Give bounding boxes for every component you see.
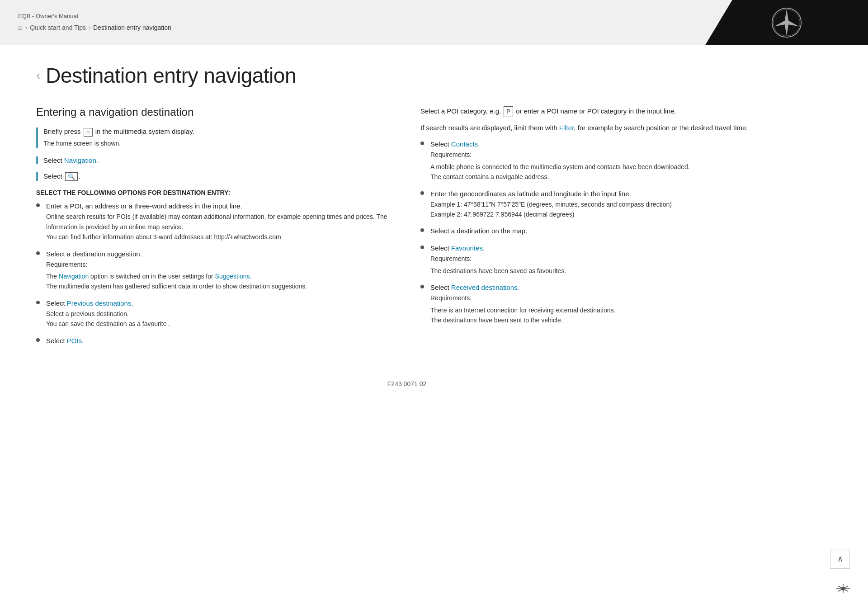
- right-bullet-4: Select Favourites. Requirements: The des…: [420, 243, 778, 276]
- arrow-bar-1: [36, 128, 38, 148]
- arrow-item-2-text: Select Navigation.: [43, 156, 98, 164]
- bullet-item-1-content: Enter a POI, an address or a three-word …: [46, 201, 393, 242]
- bold-label: SELECT THE FOLLOWING OPTIONS FOR DESTINA…: [36, 189, 393, 196]
- bullet-1-sub: Online search results for POIs (if avail…: [46, 212, 393, 232]
- right-bullet-4-sub: The destinations have been saved as favo…: [430, 266, 778, 276]
- arrow-item-1: Briefly press ⌂ in the multimedia system…: [36, 128, 393, 148]
- header-content: EQB - Owner's Manual ⌂ › Quick start and…: [0, 13, 705, 32]
- filter-link[interactable]: Filter: [559, 124, 574, 132]
- bullet-3-sub2: You can save the destination as a favour…: [46, 319, 393, 329]
- right-bullet-2-content: Enter the geocoordinates as latitude and…: [430, 189, 778, 220]
- page-footer-icon: [836, 584, 850, 596]
- mercedes-logo: [771, 7, 802, 38]
- arrow-item-3-content: Select 🔍.: [43, 172, 393, 181]
- right-bullet-1-sub2: The contact contains a navigable address…: [430, 172, 778, 182]
- bullet-item-4: Select POIs.: [36, 335, 393, 346]
- bullet-item-1: Enter a POI, an address or a three-word …: [36, 201, 393, 242]
- right-bullet-1-main: Select Contacts.: [430, 140, 480, 148]
- right-column: Select a POI category, e.g. P or enter a…: [420, 106, 778, 353]
- back-arrow[interactable]: ‹: [36, 68, 40, 83]
- navigation-link-2[interactable]: Navigation: [59, 273, 89, 280]
- logo-area: [705, 0, 868, 45]
- arrow-bar-3: [36, 172, 38, 181]
- breadcrumb: ⌂ › Quick start and Tips › Destination e…: [18, 23, 687, 32]
- right-bullet-1: Select Contacts. Requirements: A mobile …: [420, 139, 778, 182]
- right-bullet-1-content: Select Contacts. Requirements: A mobile …: [430, 139, 778, 182]
- right-dot-2: [420, 191, 424, 195]
- right-bullet-4-content: Select Favourites. Requirements: The des…: [430, 243, 778, 276]
- circle-dot-2: [36, 251, 40, 255]
- bottom-icon: [836, 584, 850, 593]
- right-bullet-3-content: Select a destination on the map.: [430, 226, 778, 236]
- right-bullet-2-sub2: Example 2: 47.969722 7.956944 (decimal d…: [430, 209, 778, 219]
- navigation-link[interactable]: Navigation.: [64, 156, 98, 164]
- right-bullet-2-main: Enter the geocoordinates as latitude and…: [430, 190, 631, 198]
- breadcrumb-sep-1: ›: [25, 24, 27, 31]
- home-icon[interactable]: ⌂: [18, 23, 23, 32]
- right-bullet-5-sub: There is an Internet connection for rece…: [430, 305, 778, 315]
- circle-dot-3: [36, 301, 40, 304]
- suggestions-link[interactable]: Suggestions.: [215, 273, 252, 280]
- right-bullet-1-sub: A mobile phone is connected to the multi…: [430, 162, 778, 172]
- right-bullet-4-main: Select Favourites.: [430, 244, 485, 252]
- received-destinations-link[interactable]: Received destinations.: [451, 283, 519, 291]
- svg-point-2: [785, 20, 788, 24]
- circle-dot-4: [36, 338, 40, 342]
- two-col-layout: Entering a navigation destination Briefl…: [36, 106, 778, 353]
- header: EQB - Owner's Manual ⌂ › Quick start and…: [0, 0, 868, 45]
- right-bullet-3: Select a destination on the map.: [420, 226, 778, 236]
- arrow-item-1-sub: The home screen is shown.: [43, 138, 393, 148]
- page-title-row: ‹ Destination entry navigation: [36, 63, 778, 88]
- poi-icon-box: P: [504, 106, 513, 118]
- right-bullet-5: Select Received destinations. Requiremen…: [420, 282, 778, 325]
- poi-category-text: Select a POI category, e.g. P or enter a…: [420, 106, 778, 117]
- previous-destinations-link[interactable]: Previous destinations.: [67, 299, 133, 307]
- page-content: ‹ Destination entry navigation Entering …: [0, 45, 814, 424]
- right-bullet-5-req: Requirements:: [430, 293, 778, 303]
- bullet-4-main: Select POIs.: [46, 337, 84, 345]
- right-dot-5: [420, 285, 424, 288]
- pois-link[interactable]: POIs.: [67, 337, 84, 345]
- right-dot-4: [420, 246, 424, 249]
- svg-point-7: [841, 587, 845, 590]
- filter-text: If search results are displayed, limit t…: [420, 123, 778, 133]
- bullet-item-2-content: Select a destination suggestion. Require…: [46, 249, 393, 292]
- footer-code: F243 0071 02: [387, 380, 426, 387]
- footer: F243 0071 02: [36, 371, 778, 397]
- bullet-2-sub: The Navigation option is switched on in …: [46, 271, 393, 281]
- right-bullet-2-sub: Example 1: 47°58'11"N 7°57'25"E (degrees…: [430, 199, 778, 209]
- favourites-link[interactable]: Favourites.: [451, 244, 485, 252]
- contacts-link[interactable]: Contacts.: [451, 140, 480, 148]
- home-icon-box: ⌂: [84, 128, 93, 137]
- section-title: Entering a navigation destination: [36, 106, 393, 118]
- right-dot-1: [420, 142, 424, 145]
- right-bullet-5-main: Select Received destinations.: [430, 283, 519, 291]
- bullet-item-3-content: Select Previous destinations. Select a p…: [46, 298, 393, 329]
- circle-dot-1: [36, 203, 40, 207]
- right-bullet-3-main: Select a destination on the map.: [430, 227, 527, 235]
- breadcrumb-current: Destination entry navigation: [93, 24, 171, 31]
- arrow-item-1-content: Briefly press ⌂ in the multimedia system…: [43, 128, 393, 148]
- bullet-3-main: Select Previous destinations.: [46, 299, 133, 307]
- manual-title: EQB - Owner's Manual: [18, 13, 687, 19]
- right-bullet-2: Enter the geocoordinates as latitude and…: [420, 189, 778, 220]
- arrow-items-list: Briefly press ⌂ in the multimedia system…: [36, 128, 393, 181]
- bullet-item-2: Select a destination suggestion. Require…: [36, 249, 393, 292]
- arrow-item-1-text: Briefly press ⌂ in the multimedia system…: [43, 128, 194, 135]
- arrow-item-3-text: Select 🔍.: [43, 172, 80, 180]
- search-icon-box: 🔍: [65, 172, 78, 181]
- left-column: Entering a navigation destination Briefl…: [36, 106, 393, 353]
- arrow-item-2: Select Navigation.: [36, 156, 393, 164]
- right-bullet-4-req: Requirements:: [430, 254, 778, 264]
- scroll-top-button[interactable]: ∧: [830, 549, 850, 569]
- right-bullet-1-req: Requirements:: [430, 150, 778, 160]
- arrow-item-3: Select 🔍.: [36, 172, 393, 181]
- bullet-1-sub2: You can find further information about 3…: [46, 232, 393, 242]
- breadcrumb-quick-start[interactable]: Quick start and Tips: [30, 24, 86, 31]
- bullet-item-3: Select Previous destinations. Select a p…: [36, 298, 393, 329]
- bullet-3-sub: Select a previous destination.: [46, 309, 393, 319]
- page-title: Destination entry navigation: [46, 63, 296, 88]
- bullet-2-main: Select a destination suggestion.: [46, 250, 142, 258]
- breadcrumb-sep-2: ›: [89, 24, 90, 31]
- bullet-1-main: Enter a POI, an address or a three-word …: [46, 202, 242, 210]
